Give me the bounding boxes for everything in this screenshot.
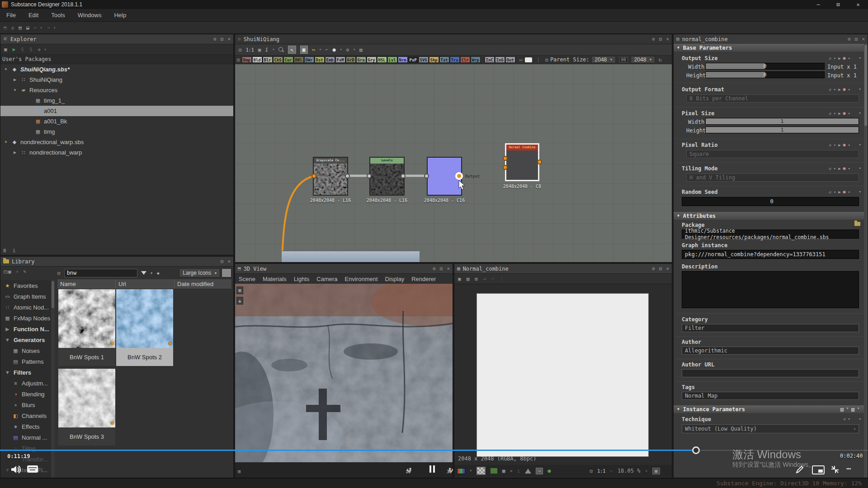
library-category[interactable]: ● Blurs: [0, 399, 51, 410]
author-url-field[interactable]: [682, 369, 859, 377]
fit-icon[interactable]: ⊡: [590, 469, 593, 474]
actual-size-button[interactable]: 1:1: [597, 469, 605, 474]
view2d-canvas[interactable]: [476, 293, 649, 457]
node-type-tag[interactable]: Shp: [429, 56, 439, 63]
library-category[interactable]: ▦ FxMap Nodes: [0, 313, 51, 324]
node-type-tag[interactable]: Gra: [356, 56, 366, 63]
close-icon[interactable]: ×: [227, 258, 231, 264]
collapse-icon[interactable]: ▾: [859, 56, 861, 60]
favorites-filter-icon[interactable]: ★: [156, 270, 160, 276]
float-icon[interactable]: ⊡: [855, 36, 858, 42]
histogram-icon[interactable]: [525, 469, 531, 474]
video-scrubber-knob[interactable]: [692, 446, 700, 454]
collapse-icon[interactable]: ▾: [859, 166, 861, 170]
preset-save-icon[interactable]: ▥: [851, 406, 854, 413]
collapse-icon[interactable]: ▾: [859, 189, 861, 194]
menu-item[interactable]: Tools: [45, 12, 71, 19]
input-port[interactable]: [503, 165, 508, 170]
technique-reset-icons[interactable]: ↺▾: [843, 417, 850, 421]
refresh-icon[interactable]: ↻: [659, 57, 662, 62]
publish-icon[interactable]: §: [29, 47, 33, 52]
output-port[interactable]: [537, 160, 542, 164]
close-icon[interactable]: ×: [666, 36, 669, 42]
camera-icon[interactable]: ▣: [236, 286, 243, 294]
category-scrollbar[interactable]: [51, 280, 55, 478]
select-tool-button[interactable]: ↖: [288, 46, 296, 54]
description-textarea[interactable]: [682, 271, 859, 308]
collapse-icon[interactable]: ▾: [859, 111, 861, 115]
tree-item[interactable]: ▼ nondirectional_warp.sbs: [0, 137, 233, 147]
explorer-header[interactable]: ⚟ Explorer ⊘ ⊡ ×: [0, 34, 233, 44]
view3d-menu-item[interactable]: Renderer: [408, 276, 439, 282]
node-type-tag[interactable]: DBl: [294, 56, 304, 63]
view3d-menu-item[interactable]: Scene: [235, 276, 259, 282]
float-icon[interactable]: ⊡: [440, 266, 443, 272]
close-icon[interactable]: ×: [862, 36, 865, 42]
unpin-icon[interactable]: ⊘: [213, 36, 217, 42]
node-type-tag[interactable]: Dst: [315, 56, 325, 63]
search-icon[interactable]: [278, 47, 284, 52]
link-wh-button[interactable]: 00: [619, 57, 628, 62]
fit-view-icon[interactable]: ⊡: [239, 47, 242, 52]
technique-dropdown[interactable]: Whiteout (Low Quality) ▾: [682, 424, 859, 433]
link-dropdown-icon[interactable]: ▾: [319, 48, 321, 52]
volume-icon[interactable]: [11, 465, 23, 474]
tree-item[interactable]: timg: [0, 127, 233, 137]
minimize-button[interactable]: –: [808, 0, 828, 9]
forward-30-icon[interactable]: ↻30: [448, 465, 458, 474]
actual-size-button[interactable]: 1:1: [246, 47, 254, 52]
transform-dropdown-icon[interactable]: ▾: [492, 277, 494, 281]
view3d-menu-item[interactable]: Environment: [341, 276, 382, 282]
node-type-tag[interactable]: Cur: [283, 56, 293, 63]
tree-item[interactable]: a001: [0, 106, 233, 116]
tree-item[interactable]: ▼ Resources: [0, 85, 233, 95]
category-field[interactable]: Filter: [682, 324, 859, 332]
output-size-reset-icons[interactable]: ↺▾▶●▾: [829, 56, 850, 61]
library-category[interactable]: ▼ Material Fi...: [0, 465, 51, 475]
node-type-tag[interactable]: Blr: [263, 56, 273, 63]
node-type-tag[interactable]: HSL: [377, 56, 387, 63]
subtitles-icon[interactable]: [27, 465, 38, 473]
output-height-slider[interactable]: 0: [705, 71, 825, 78]
save-icon[interactable]: ▤: [19, 25, 22, 30]
graph-canvas[interactable]: Grayscale Co... 2048x2048 - L16 Levels 2…: [235, 64, 672, 262]
transform-icon[interactable]: ↔: [483, 277, 486, 282]
input-port[interactable]: [424, 174, 429, 178]
view-mode-dropdown[interactable]: Large Icons▾: [179, 268, 220, 277]
unpin-icon[interactable]: ⊘: [433, 266, 436, 272]
open-icon[interactable]: ◍: [11, 25, 14, 30]
pixel-ratio-reset-icons[interactable]: ↺▾▶●▾: [829, 142, 850, 147]
library-category[interactable]: ▶ Function N...: [0, 324, 51, 334]
view3d-menu-item[interactable]: Display: [382, 276, 408, 282]
info-display-icon[interactable]: i: [265, 47, 268, 53]
preset-icon[interactable]: ▤: [840, 406, 844, 413]
expander-icon[interactable]: ▼: [12, 88, 18, 92]
maximize-button[interactable]: ⊡: [828, 0, 848, 9]
float-icon[interactable]: ⊡: [221, 36, 224, 42]
paint-dropdown-icon[interactable]: ▾: [340, 48, 342, 52]
export-icon[interactable]: ◆ ▾: [38, 47, 47, 52]
tags-field[interactable]: Normal Map: [682, 392, 859, 400]
resolution-dropdown[interactable]: 2048▾: [631, 56, 655, 63]
library-category[interactable]: ○ Tiling: [0, 443, 51, 454]
environment-icon[interactable]: ▲: [236, 297, 243, 305]
tree-item[interactable]: ▼ ShuiNiQiang.sbs*: [0, 64, 233, 75]
fullscreen-icon[interactable]: ▣: [652, 468, 660, 474]
random-seed-input[interactable]: 0: [682, 197, 859, 206]
pause-button[interactable]: [429, 465, 435, 473]
library-category[interactable]: ▤ Normal ...: [0, 432, 51, 443]
attributes-section[interactable]: ▼Attributes: [674, 212, 864, 220]
node-type-tag[interactable]: Bmp: [242, 56, 252, 63]
background-checker-button[interactable]: [476, 467, 486, 475]
node-type-tag[interactable]: Gry: [367, 56, 377, 63]
collapse-icon[interactable]: ▾: [859, 417, 861, 421]
paint-icon[interactable]: ●: [333, 47, 336, 53]
package-field[interactable]: ithmic/Substance Designer/resources/pack…: [682, 230, 859, 239]
node-type-tag[interactable]: PxP: [408, 56, 418, 63]
library-category[interactable]: ▼ Filters: [0, 367, 51, 378]
library-item[interactable]: ✱ BnW Spots 1: [58, 289, 115, 366]
search-input[interactable]: bnw: [64, 269, 137, 277]
graph-node-normal-combine[interactable]: Normal Combine: [505, 143, 539, 181]
more-options-icon[interactable]: ⋮: [536, 57, 541, 62]
column-date[interactable]: Date modified: [175, 279, 230, 289]
